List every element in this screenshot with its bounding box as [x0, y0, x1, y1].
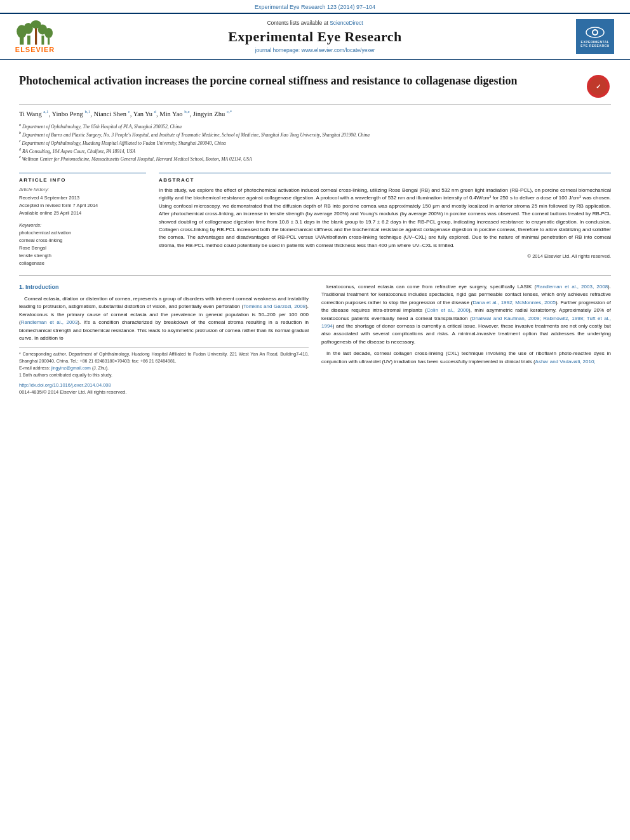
- journal-reference: Experimental Eye Research 123 (2014) 97–…: [255, 4, 375, 10]
- intro-col2-para2: In the last decade, corneal collagen cro…: [321, 350, 611, 366]
- email-link[interactable]: jingyinz@gmail.com: [51, 366, 91, 370]
- affiliation-e: e Wellman Center for Photomedicine, Mass…: [19, 154, 611, 163]
- copyright-line: © 2014 Elsevier Ltd. All rights reserved…: [159, 253, 611, 259]
- body-two-col: 1. Introduction Corneal ectasia, dilatio…: [19, 283, 611, 396]
- affiliation-b: b Department of Burns and Plastic Surger…: [19, 130, 611, 138]
- svg-text:✓: ✓: [596, 83, 601, 90]
- ref-tomkins[interactable]: Tomkins and Garzozi, 2008: [243, 303, 305, 309]
- ref-dana[interactable]: Dana et al., 1992; McMonnies, 2005: [473, 300, 556, 305]
- ref-colin[interactable]: Colin et al., 2000: [427, 307, 469, 313]
- abstract-section: ABSTRACT In this study, we explore the e…: [159, 173, 611, 259]
- ref-randleman2003[interactable]: Randleman et al., 2003: [21, 319, 78, 325]
- intro-number: 1.: [19, 284, 24, 290]
- journal-logo-label: EXPERIMENTAL EYE RESEARCH: [579, 40, 612, 48]
- keywords-label: Keywords:: [19, 222, 146, 228]
- intro-col2-text: keratoconus, corneal ectasia can come fr…: [321, 283, 611, 346]
- affiliations: a Department of Ophthalmology, The 85th …: [19, 119, 611, 164]
- affiliation-a: a Department of Ophthalmology, The 85th …: [19, 122, 611, 130]
- ref-randleman2008[interactable]: Randleman et al., 2003, 2008: [536, 284, 608, 290]
- top-bar: Experimental Eye Research 123 (2014) 97–…: [0, 0, 630, 13]
- svg-point-12: [593, 30, 597, 34]
- keyword-5: collagenase: [19, 260, 146, 267]
- contents-line: Contents lists available at ScienceDirec…: [57, 20, 573, 26]
- keyword-2: corneal cross-linking: [19, 237, 146, 244]
- contents-text: Contents lists available at: [267, 20, 328, 26]
- elsevier-logo: ELSEVIER: [13, 20, 57, 53]
- abstract-header: ABSTRACT: [159, 177, 611, 183]
- crossmark-badge: ✓: [586, 74, 611, 99]
- article-info-header: ARTICLE INFO: [19, 177, 146, 183]
- page-wrapper: Experimental Eye Research 123 (2014) 97–…: [0, 0, 630, 406]
- affiliation-d: d RA Consulting, 104 Aspen Court, Chalfo…: [19, 147, 611, 155]
- svg-point-8: [44, 28, 53, 38]
- svg-rect-9: [48, 38, 50, 44]
- author-sep4: , Min Yao: [156, 110, 184, 117]
- body-left-col: 1. Introduction Corneal ectasia, dilatio…: [19, 283, 309, 396]
- keyword-1: photochemical activation: [19, 229, 146, 237]
- intro-section-title: 1. Introduction: [19, 283, 309, 292]
- intro-title: Introduction: [25, 284, 59, 290]
- email-note: E-mail address: jingyinz@gmail.com (J. Z…: [19, 365, 309, 372]
- journal-logo-right: EXPERIMENTAL EYE RESEARCH: [573, 19, 617, 54]
- authors-line: Ti Wang a,1, Yinbo Peng b,1, Nianci Shen…: [19, 109, 611, 119]
- corresponding-author-note: * Corresponding author. Department of Op…: [19, 351, 309, 365]
- available-date: Available online 25 April 2014: [19, 210, 146, 217]
- author-ti-wang: Ti Wang: [19, 110, 43, 117]
- svg-rect-7: [41, 36, 44, 44]
- intro-col1-text: Corneal ectasia, dilation or distention …: [19, 295, 309, 342]
- keyword-3: Rose Bengal: [19, 244, 146, 252]
- journal-header-center: Contents lists available at ScienceDirec…: [57, 20, 573, 53]
- article-title-section: Photochemical activation increases the p…: [19, 66, 611, 105]
- received-date: Received 4 September 2013: [19, 194, 146, 202]
- accepted-date: Accepted in revised form 7 April 2014: [19, 202, 146, 210]
- two-col-layout: ARTICLE INFO Article history: Received 4…: [19, 173, 611, 267]
- sciencedirect-link[interactable]: ScienceDirect: [330, 20, 363, 26]
- abstract-text: In this study, we explore the effect of …: [159, 187, 611, 250]
- authors-section: Ti Wang a,1, Yinbo Peng b,1, Nianci Shen…: [19, 105, 611, 166]
- ref-ashar[interactable]: Ashar and Vadavalli, 2010;: [535, 359, 596, 364]
- footnote-section: * Corresponding author. Department of Op…: [19, 347, 309, 378]
- author-sep3: , Yan Yu: [130, 110, 154, 117]
- author-sep1: , Yinbo Peng: [49, 110, 85, 117]
- history-label: Article history:: [19, 187, 146, 192]
- article-info-section: ARTICLE INFO Article history: Received 4…: [19, 173, 146, 267]
- affiliation-c: c Department of Ophthalmology, Huadong H…: [19, 138, 611, 147]
- elsevier-tree-icon: [16, 20, 54, 46]
- author-sep2: , Nianci Shen: [90, 110, 128, 117]
- article-title: Photochemical activation increases the p…: [19, 74, 586, 88]
- journal-logo-box: EXPERIMENTAL EYE RESEARCH: [576, 19, 614, 54]
- svg-rect-3: [27, 36, 30, 44]
- main-content: Photochemical activation increases the p…: [0, 60, 630, 406]
- author-sep5: , Jingyin Zhu: [190, 110, 227, 117]
- equal-contrib-note: 1 Both authors contributed equally to th…: [19, 372, 309, 379]
- doi-link[interactable]: http://dx.doi.org/10.1016/j.exer.2014.04…: [19, 382, 309, 389]
- crossmark-icon: ✓: [587, 75, 610, 98]
- article-info-col: ARTICLE INFO Article history: Received 4…: [19, 173, 146, 267]
- body-right-col: keratoconus, corneal ectasia can come fr…: [321, 283, 611, 396]
- journal-header: ELSEVIER Contents lists available at Sci…: [0, 13, 630, 60]
- abstract-col: ABSTRACT In this study, we explore the e…: [159, 173, 611, 267]
- keywords-section: Keywords: photochemical activation corne…: [19, 222, 146, 267]
- ref-dhaliwal[interactable]: Dhaliwal and Kaufman, 2009; Rabinowitz, …: [321, 316, 611, 329]
- journal-title-header: Experimental Eye Research: [57, 29, 573, 45]
- section-divider: [19, 275, 611, 276]
- keyword-4: tensile strength: [19, 252, 146, 260]
- elsevier-brand-text: ELSEVIER: [15, 46, 55, 53]
- issn-line: 0014-4835/© 2014 Elsevier Ltd. All right…: [19, 389, 309, 396]
- eye-icon: [586, 26, 605, 39]
- journal-homepage: journal homepage: www.elsevier.com/locat…: [57, 47, 573, 53]
